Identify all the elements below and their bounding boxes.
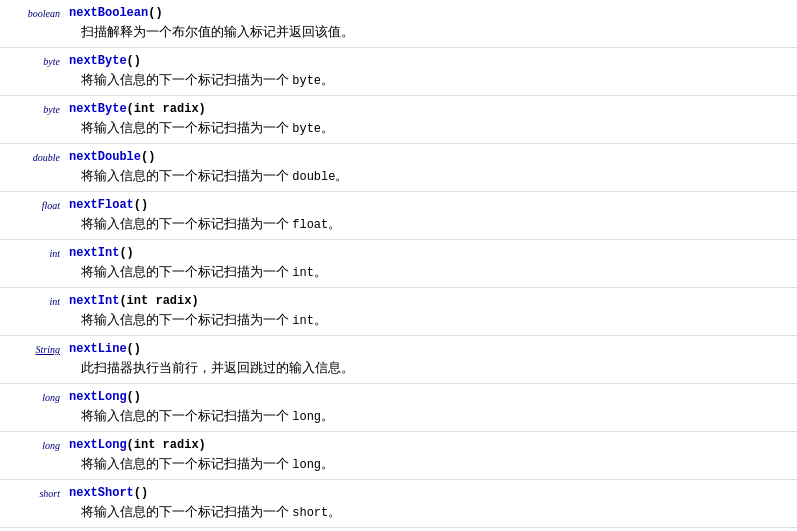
table-row: intnextInt(int radix)将输入信息的下一个标记扫描为一个 in…	[0, 288, 797, 336]
method-params: ()	[127, 342, 141, 356]
method-content-cell: nextInt(int radix)将输入信息的下一个标记扫描为一个 int。	[65, 288, 797, 335]
return-type-cell: int	[0, 288, 65, 335]
method-params: (int radix)	[119, 294, 198, 308]
method-signature: nextByte(int radix)	[69, 102, 789, 116]
return-type-cell: String	[0, 336, 65, 383]
method-description: 将输入信息的下一个标记扫描为一个 short。	[69, 500, 789, 521]
method-signature: nextLong()	[69, 390, 789, 404]
table-row: booleannextBoolean()扫描解释为一个布尔值的输入标记并返回该值…	[0, 0, 797, 48]
method-content-cell: nextLong(int radix)将输入信息的下一个标记扫描为一个 long…	[65, 432, 797, 479]
description-code: byte	[292, 122, 321, 136]
method-params: ()	[119, 246, 133, 260]
method-name-link[interactable]: nextLong	[69, 390, 127, 404]
method-params: ()	[141, 150, 155, 164]
table-row: longnextLong(int radix)将输入信息的下一个标记扫描为一个 …	[0, 432, 797, 480]
method-name-link[interactable]: nextShort	[69, 486, 134, 500]
description-code: int	[292, 314, 314, 328]
description-code: short	[292, 506, 328, 520]
description-code: float	[292, 218, 328, 232]
method-name-link[interactable]: nextInt	[69, 246, 119, 260]
method-signature: nextLong(int radix)	[69, 438, 789, 452]
method-params: ()	[127, 54, 141, 68]
method-name-link[interactable]: nextBoolean	[69, 6, 148, 20]
method-params: (int radix)	[127, 102, 206, 116]
method-params: ()	[134, 486, 148, 500]
return-type-cell: double	[0, 144, 65, 191]
table-row: shortnextShort()将输入信息的下一个标记扫描为一个 short。	[0, 480, 797, 528]
method-signature: nextFloat()	[69, 198, 789, 212]
method-content-cell: nextLine()此扫描器执行当前行，并返回跳过的输入信息。	[65, 336, 797, 383]
return-type-cell: long	[0, 384, 65, 431]
table-row: doublenextDouble()将输入信息的下一个标记扫描为一个 doubl…	[0, 144, 797, 192]
method-name-link[interactable]: nextFloat	[69, 198, 134, 212]
method-content-cell: nextByte(int radix)将输入信息的下一个标记扫描为一个 byte…	[65, 96, 797, 143]
method-params: ()	[127, 390, 141, 404]
description-code: int	[292, 266, 314, 280]
return-type-cell: int	[0, 240, 65, 287]
method-signature: nextByte()	[69, 54, 789, 68]
method-content-cell: nextInt()将输入信息的下一个标记扫描为一个 int。	[65, 240, 797, 287]
table-row: StringnextLine()此扫描器执行当前行，并返回跳过的输入信息。	[0, 336, 797, 384]
method-signature: nextLine()	[69, 342, 789, 356]
table-row: bytenextByte()将输入信息的下一个标记扫描为一个 byte。	[0, 48, 797, 96]
method-name-link[interactable]: nextInt	[69, 294, 119, 308]
return-type-cell: byte	[0, 96, 65, 143]
method-description: 将输入信息的下一个标记扫描为一个 double。	[69, 164, 789, 185]
method-description: 将输入信息的下一个标记扫描为一个 byte。	[69, 116, 789, 137]
method-description: 将输入信息的下一个标记扫描为一个 int。	[69, 260, 789, 281]
method-name-link[interactable]: nextLong	[69, 438, 127, 452]
method-signature: nextInt(int radix)	[69, 294, 789, 308]
method-description: 此扫描器执行当前行，并返回跳过的输入信息。	[69, 356, 789, 377]
method-signature: nextShort()	[69, 486, 789, 500]
description-code: long	[292, 458, 321, 472]
method-content-cell: nextFloat()将输入信息的下一个标记扫描为一个 float。	[65, 192, 797, 239]
method-content-cell: nextLong()将输入信息的下一个标记扫描为一个 long。	[65, 384, 797, 431]
return-type-link[interactable]: String	[36, 344, 60, 355]
method-description: 将输入信息的下一个标记扫描为一个 int。	[69, 308, 789, 329]
description-code: long	[292, 410, 321, 424]
method-params: ()	[134, 198, 148, 212]
method-content-cell: nextDouble()将输入信息的下一个标记扫描为一个 double。	[65, 144, 797, 191]
table-row: intnextInt()将输入信息的下一个标记扫描为一个 int。	[0, 240, 797, 288]
return-type-cell: float	[0, 192, 65, 239]
return-type-cell: byte	[0, 48, 65, 95]
description-code: double	[292, 170, 335, 184]
method-description: 扫描解释为一个布尔值的输入标记并返回该值。	[69, 20, 789, 41]
table-row: floatnextFloat()将输入信息的下一个标记扫描为一个 float。	[0, 192, 797, 240]
method-params: ()	[148, 6, 162, 20]
method-description: 将输入信息的下一个标记扫描为一个 byte。	[69, 68, 789, 89]
method-content-cell: nextByte()将输入信息的下一个标记扫描为一个 byte。	[65, 48, 797, 95]
return-type-cell: boolean	[0, 0, 65, 47]
description-code: byte	[292, 74, 321, 88]
method-signature: nextBoolean()	[69, 6, 789, 20]
method-name-link[interactable]: nextDouble	[69, 150, 141, 164]
method-signature: nextInt()	[69, 246, 789, 260]
method-signature: nextDouble()	[69, 150, 789, 164]
method-content-cell: nextBoolean()扫描解释为一个布尔值的输入标记并返回该值。	[65, 0, 797, 47]
table-row: bytenextByte(int radix)将输入信息的下一个标记扫描为一个 …	[0, 96, 797, 144]
method-name-link[interactable]: nextLine	[69, 342, 127, 356]
table-row: longnextLong()将输入信息的下一个标记扫描为一个 long。	[0, 384, 797, 432]
method-description: 将输入信息的下一个标记扫描为一个 long。	[69, 404, 789, 425]
method-description: 将输入信息的下一个标记扫描为一个 long。	[69, 452, 789, 473]
method-params: (int radix)	[127, 438, 206, 452]
method-name-link[interactable]: nextByte	[69, 102, 127, 116]
return-type-cell: long	[0, 432, 65, 479]
method-content-cell: nextShort()将输入信息的下一个标记扫描为一个 short。	[65, 480, 797, 527]
method-description: 将输入信息的下一个标记扫描为一个 float。	[69, 212, 789, 233]
return-type-cell: short	[0, 480, 65, 527]
method-name-link[interactable]: nextByte	[69, 54, 127, 68]
method-list: booleannextBoolean()扫描解释为一个布尔值的输入标记并返回该值…	[0, 0, 797, 531]
